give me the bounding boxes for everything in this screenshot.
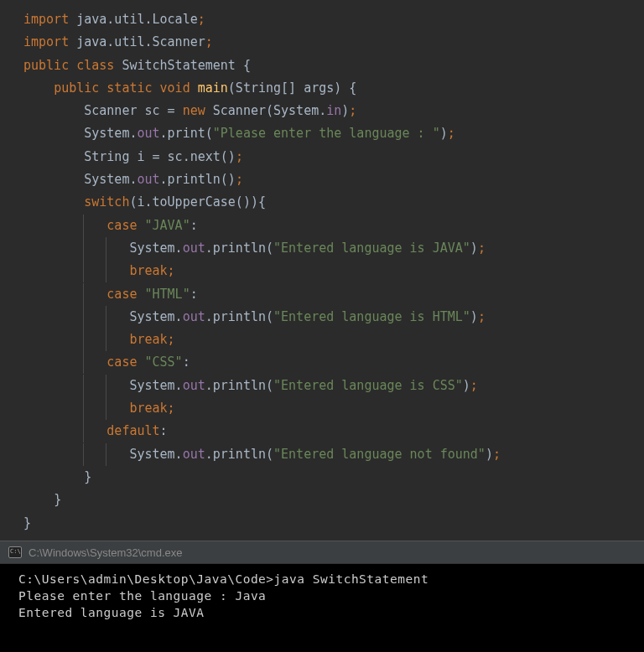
code-line: import java.util.Scanner; — [23, 31, 644, 54]
terminal-line: C:\Users\admin\Desktop\Java\Code>java Sw… — [18, 571, 641, 587]
code-line: break; — [23, 397, 644, 420]
code-line: public class SwitchStatement { — [23, 54, 644, 77]
code-line: System.out.println("Entered language is … — [23, 306, 644, 329]
terminal-titlebar[interactable]: C:\Windows\System32\cmd.exe — [0, 541, 644, 564]
code-line: System.out.println("Entered language not… — [23, 443, 644, 466]
cmd-icon — [8, 546, 22, 558]
terminal-line: Please enter the language : Java — [18, 587, 641, 604]
code-line: } — [23, 466, 644, 489]
code-line: Scanner sc = new Scanner(System.in); — [23, 100, 644, 122]
code-line: System.out.print("Please enter the langu… — [23, 122, 644, 145]
code-line: System.out.println(); — [23, 168, 644, 191]
code-line: System.out.println("Entered language is … — [23, 375, 644, 397]
code-line: System.out.println("Entered language is … — [23, 237, 644, 260]
code-line: } — [23, 512, 644, 535]
code-line: case "HTML": — [23, 283, 644, 306]
terminal-title-text: C:\Windows\System32\cmd.exe — [29, 546, 183, 559]
code-line: break; — [23, 329, 644, 351]
terminal-line: Entered language is JAVA — [18, 604, 641, 621]
code-line: } — [23, 489, 644, 511]
code-line: case "CSS": — [23, 351, 644, 374]
code-line: switch(i.toUpperCase()){ — [23, 191, 644, 214]
code-line: break; — [23, 260, 644, 282]
code-line: case "JAVA": — [23, 215, 644, 237]
terminal-output[interactable]: C:\Users\admin\Desktop\Java\Code>java Sw… — [0, 564, 644, 652]
code-editor[interactable]: import java.util.Locale; import java.uti… — [0, 0, 644, 541]
code-line: import java.util.Locale; — [23, 8, 644, 31]
code-line: String i = sc.next(); — [23, 146, 644, 168]
code-line: public static void main(String[] args) { — [23, 77, 644, 100]
code-line: default: — [23, 420, 644, 442]
